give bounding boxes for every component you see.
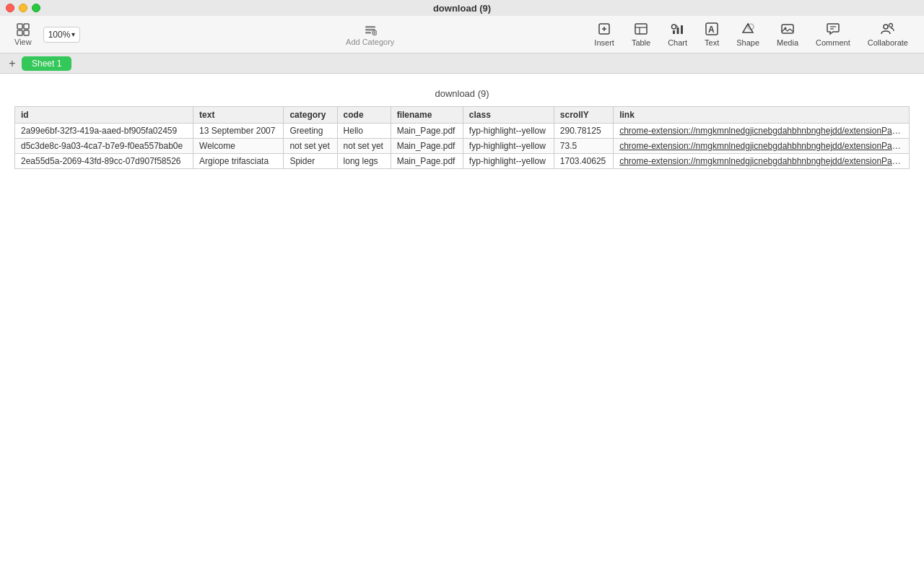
col-header-id: id [15,107,193,124]
toolbar-left: View 100% ▾ [9,20,153,49]
toolbar-right: Insert Table Chart A [587,19,915,50]
media-button[interactable]: Media [770,19,806,50]
cell-filename: Main_Page.pdf [391,139,463,154]
cell-scrollY: 73.5 [554,139,613,154]
view-button[interactable]: View [9,20,38,49]
cell-scrollY: 290.78125 [554,124,613,139]
data-table: id text category code filename class scr… [14,106,910,169]
svg-rect-6 [365,32,371,34]
svg-rect-0 [17,24,22,29]
svg-point-19 [671,25,676,29]
cell-code: Hello [337,124,391,139]
col-header-class: class [463,107,554,124]
table-row: d5c3de8c-9a03-4ca7-b7e9-f0ea557bab0eWelc… [15,139,910,154]
sheet1-tab[interactable]: Sheet 1 [22,56,71,71]
minimize-button[interactable] [19,4,27,12]
shape-label: Shape [736,38,759,47]
cell-id: 2a99e6bf-32f3-419a-aaed-bf905fa02459 [15,124,193,139]
chart-icon [671,22,685,36]
text-label: Text [705,38,719,47]
cell-category: not set yet [284,139,337,154]
view-label: View [14,38,32,46]
cell-category: Greeting [284,124,337,139]
insert-label: Insert [594,38,614,47]
col-header-link: link [614,107,910,124]
svg-rect-2 [17,30,22,35]
svg-rect-4 [365,26,375,28]
shape-icon [741,22,755,36]
maximize-button[interactable] [32,4,40,12]
cell-class: fyp-highlight--yellow [463,154,554,169]
cell-category: Spider [284,154,337,169]
collaborate-icon [881,22,895,36]
table-button[interactable]: Table [624,19,658,50]
media-label: Media [777,38,798,47]
close-button[interactable] [6,4,14,12]
comment-label: Comment [816,38,850,47]
svg-point-28 [884,25,888,29]
svg-rect-3 [24,30,29,35]
chart-label: Chart [668,38,687,47]
svg-rect-16 [673,30,675,34]
svg-text:A: A [708,25,715,35]
add-sheet-button[interactable]: + [6,57,19,70]
tabs-bar: + Sheet 1 [0,53,924,74]
cell-filename: Main_Page.pdf [391,154,463,169]
cell-code: not set yet [337,139,391,154]
cell-id: 2ea55d5a-2069-43fd-89cc-07d907f58526 [15,154,193,169]
cell-class: fyp-highlight--yellow [463,139,554,154]
cell-link[interactable]: chrome-extension://nmgkmnlnedgjicnebgdah… [614,154,910,169]
svg-rect-24 [782,25,793,33]
cell-id: d5c3de8c-9a03-4ca7-b7e9-f0ea557bab0e [15,139,193,154]
text-icon: A [705,22,719,36]
table-header-row: id text category code filename class scr… [15,107,910,124]
col-header-filename: filename [391,107,463,124]
add-category-icon [364,23,377,36]
col-header-text: text [193,107,284,124]
cell-scrollY: 1703.40625 [554,154,613,169]
col-header-code: code [337,107,391,124]
traffic-lights [6,4,40,12]
title-bar: download (9) [0,0,924,16]
toolbar-center: Add Category [153,20,587,49]
zoom-control[interactable]: 100% ▾ [43,27,81,43]
cell-text: Welcome [193,139,284,154]
toolbar: View 100% ▾ Add Category [0,16,924,53]
cell-code: long legs [337,154,391,169]
main-content: download (9) id text category code filen… [0,74,924,578]
svg-rect-17 [676,27,679,34]
collaborate-label: Collaborate [868,38,908,47]
media-icon [780,22,795,36]
svg-rect-18 [681,25,683,34]
cell-class: fyp-highlight--yellow [463,124,554,139]
svg-rect-1 [24,24,29,29]
col-header-scrolly: scrollY [554,107,613,124]
table-row: 2a99e6bf-32f3-419a-aaed-bf905fa0245913 S… [15,124,910,139]
add-category-label: Add Category [346,38,394,46]
cell-link[interactable]: chrome-extension://nmgkmnlnedgjicnebgdah… [614,139,910,154]
shape-button[interactable]: Shape [729,19,767,50]
table-icon [634,22,648,36]
cell-text: Argiope trifasciata [193,154,284,169]
insert-button[interactable]: Insert [587,19,622,50]
add-category-button[interactable]: Add Category [339,20,401,49]
svg-point-29 [889,24,892,27]
insert-icon [597,22,611,36]
zoom-value: 100% [48,30,71,40]
cell-text: 13 September 2007 [193,124,284,139]
collaborate-button[interactable]: Collaborate [860,19,915,50]
cell-filename: Main_Page.pdf [391,124,463,139]
cell-link[interactable]: chrome-extension://nmgkmnlnedgjicnebgdah… [614,124,910,139]
window-title: download (9) [433,3,491,14]
col-header-category: category [284,107,337,124]
chevron-down-icon: ▾ [71,30,75,38]
comment-button[interactable]: Comment [808,19,858,50]
text-button[interactable]: A Text [697,19,726,50]
table-row: 2ea55d5a-2069-43fd-89cc-07d907f58526Argi… [15,154,910,169]
comment-icon [826,22,840,36]
chart-button[interactable]: Chart [661,19,694,50]
view-icon [17,23,30,36]
table-label: Table [632,38,650,47]
svg-rect-13 [635,24,647,34]
spreadsheet-title: download (9) [14,88,910,99]
